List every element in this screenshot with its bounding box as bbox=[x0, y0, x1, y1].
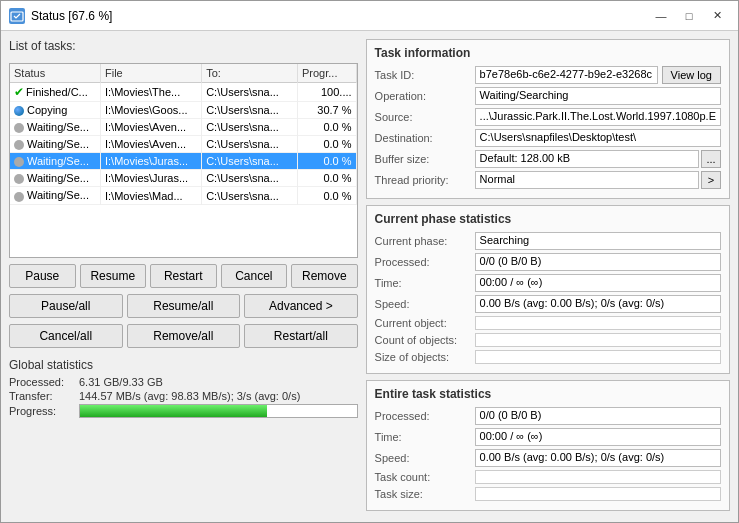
advanced-button[interactable]: Advanced > bbox=[244, 294, 358, 318]
buffer-size-value: Default: 128.00 kB bbox=[475, 150, 699, 168]
resume-button[interactable]: Resume bbox=[80, 264, 147, 288]
count-objects-row: Count of objects: bbox=[375, 333, 721, 347]
remove-all-button[interactable]: Remove/all bbox=[127, 324, 241, 348]
source-value: ...\Jurassic.Park.II.The.Lost.World.1997… bbox=[475, 108, 721, 126]
right-panel: Task information Task ID: b7e78e6b-c6e2-… bbox=[366, 39, 730, 514]
title-bar: Status [67.6 %] — □ ✕ bbox=[1, 1, 738, 31]
maximize-button[interactable]: □ bbox=[676, 6, 702, 26]
phase-stats-section: Current phase statistics Current phase: … bbox=[366, 205, 730, 374]
entire-speed-label: Speed: bbox=[375, 452, 475, 464]
pause-all-button[interactable]: Pause/all bbox=[9, 294, 123, 318]
table-row[interactable]: CopyingI:\Movies\Goos...C:\Users\sna...3… bbox=[10, 102, 356, 119]
cell-file: I:\Movies\Mad... bbox=[101, 187, 202, 204]
stat-progress-label: Progress: bbox=[9, 405, 79, 417]
title-controls: — □ ✕ bbox=[648, 6, 730, 26]
cell-progress: 0.0 % bbox=[297, 153, 356, 170]
count-objects-value bbox=[475, 333, 721, 347]
stat-transfer-label: Transfer: bbox=[9, 390, 79, 402]
task-info-section: Task information Task ID: b7e78e6b-c6e2-… bbox=[366, 39, 730, 199]
size-objects-row: Size of objects: bbox=[375, 350, 721, 364]
table-row[interactable]: ✔Finished/C...I:\Movies\The...C:\Users\s… bbox=[10, 83, 356, 102]
buffer-size-more-button[interactable]: ... bbox=[701, 150, 721, 168]
phase-speed-row: Speed: 0.00 B/s (avg: 0.00 B/s); 0/s (av… bbox=[375, 295, 721, 313]
phase-processed-value: 0/0 (0 B/0 B) bbox=[475, 253, 721, 271]
table-row[interactable]: Waiting/Se...I:\Movies\Aven...C:\Users\s… bbox=[10, 136, 356, 153]
phase-stats-title: Current phase statistics bbox=[375, 212, 721, 226]
operation-value: Waiting/Searching bbox=[475, 87, 721, 105]
left-panel: List of tasks: Status File To: Progr... … bbox=[9, 39, 358, 514]
resume-all-button[interactable]: Resume/all bbox=[127, 294, 241, 318]
phase-speed-label: Speed: bbox=[375, 298, 475, 310]
size-objects-label: Size of objects: bbox=[375, 351, 475, 363]
destination-row: Destination: C:\Users\snapfiles\Desktop\… bbox=[375, 129, 721, 147]
global-progress-bar bbox=[79, 404, 358, 418]
thread-priority-value: Normal bbox=[475, 171, 699, 189]
global-stats: Global statistics Processed: 6.31 GB/9.3… bbox=[9, 358, 358, 420]
task-count-value bbox=[475, 470, 721, 484]
stat-processed-label: Processed: bbox=[9, 376, 79, 388]
phase-time-label: Time: bbox=[375, 277, 475, 289]
cell-to: C:\Users\sna... bbox=[202, 136, 298, 153]
size-objects-value bbox=[475, 350, 721, 364]
cell-status: ✔Finished/C... bbox=[10, 83, 101, 102]
global-progress-fill bbox=[80, 405, 267, 417]
restart-all-button[interactable]: Restart/all bbox=[244, 324, 358, 348]
task-count-label: Task count: bbox=[375, 471, 475, 483]
col-header-status: Status bbox=[10, 64, 101, 83]
cancel-button[interactable]: Cancel bbox=[221, 264, 288, 288]
tasks-label: List of tasks: bbox=[9, 39, 358, 53]
entire-time-label: Time: bbox=[375, 431, 475, 443]
col-header-file: File bbox=[101, 64, 202, 83]
task-id-label: Task ID: bbox=[375, 69, 475, 81]
thread-priority-expand-button[interactable]: > bbox=[701, 171, 721, 189]
cell-file: I:\Movies\Aven... bbox=[101, 136, 202, 153]
buttons-row2: Pause/all Resume/all Advanced > bbox=[9, 294, 358, 318]
table-row[interactable]: Waiting/Se...I:\Movies\Juras...C:\Users\… bbox=[10, 170, 356, 187]
cell-progress: 0.0 % bbox=[297, 187, 356, 204]
table-header-row: Status File To: Progr... bbox=[10, 64, 356, 83]
phase-time-value: 00:00 / ∞ (∞) bbox=[475, 274, 721, 292]
col-header-progress: Progr... bbox=[297, 64, 356, 83]
thread-priority-field: Normal > bbox=[475, 171, 721, 189]
cell-status: Waiting/Se... bbox=[10, 119, 101, 136]
phase-processed-row: Processed: 0/0 (0 B/0 B) bbox=[375, 253, 721, 271]
buffer-size-label: Buffer size: bbox=[375, 153, 475, 165]
restart-button[interactable]: Restart bbox=[150, 264, 217, 288]
buttons-row3: Cancel/all Remove/all Restart/all bbox=[9, 324, 358, 348]
current-object-label: Current object: bbox=[375, 317, 475, 329]
global-stats-label: Global statistics bbox=[9, 358, 358, 372]
close-button[interactable]: ✕ bbox=[704, 6, 730, 26]
cell-progress: 100.... bbox=[297, 83, 356, 102]
main-window: Status [67.6 %] — □ ✕ List of tasks: Sta… bbox=[0, 0, 739, 523]
table-row[interactable]: Waiting/Se...I:\Movies\Mad...C:\Users\sn… bbox=[10, 187, 356, 204]
cell-progress: 0.0 % bbox=[297, 136, 356, 153]
window-title: Status [67.6 %] bbox=[31, 9, 112, 23]
remove-button[interactable]: Remove bbox=[291, 264, 358, 288]
task-size-value bbox=[475, 487, 721, 501]
entire-time-row: Time: 00:00 / ∞ (∞) bbox=[375, 428, 721, 446]
task-stats-section: Entire task statistics Processed: 0/0 (0… bbox=[366, 380, 730, 511]
source-label: Source: bbox=[375, 111, 475, 123]
minimize-button[interactable]: — bbox=[648, 6, 674, 26]
cell-file: I:\Movies\The... bbox=[101, 83, 202, 102]
cancel-all-button[interactable]: Cancel/all bbox=[9, 324, 123, 348]
cell-status: Waiting/Se... bbox=[10, 153, 101, 170]
cell-status: Copying bbox=[10, 102, 101, 119]
thread-priority-row: Thread priority: Normal > bbox=[375, 171, 721, 189]
entire-processed-row: Processed: 0/0 (0 B/0 B) bbox=[375, 407, 721, 425]
pause-button[interactable]: Pause bbox=[9, 264, 76, 288]
table-row[interactable]: Waiting/Se...I:\Movies\Aven...C:\Users\s… bbox=[10, 119, 356, 136]
entire-processed-value: 0/0 (0 B/0 B) bbox=[475, 407, 721, 425]
stat-processed-row: Processed: 6.31 GB/9.33 GB bbox=[9, 376, 358, 388]
cell-progress: 0.0 % bbox=[297, 170, 356, 187]
cell-file: I:\Movies\Aven... bbox=[101, 119, 202, 136]
view-log-button[interactable]: View log bbox=[662, 66, 721, 84]
content-area: List of tasks: Status File To: Progr... … bbox=[1, 31, 738, 522]
current-object-value bbox=[475, 316, 721, 330]
col-header-to: To: bbox=[202, 64, 298, 83]
cell-to: C:\Users\sna... bbox=[202, 83, 298, 102]
cell-progress: 0.0 % bbox=[297, 119, 356, 136]
cell-to: C:\Users\sna... bbox=[202, 153, 298, 170]
table-row[interactable]: Waiting/Se...I:\Movies\Juras...C:\Users\… bbox=[10, 153, 356, 170]
buffer-size-field: Default: 128.00 kB ... bbox=[475, 150, 721, 168]
